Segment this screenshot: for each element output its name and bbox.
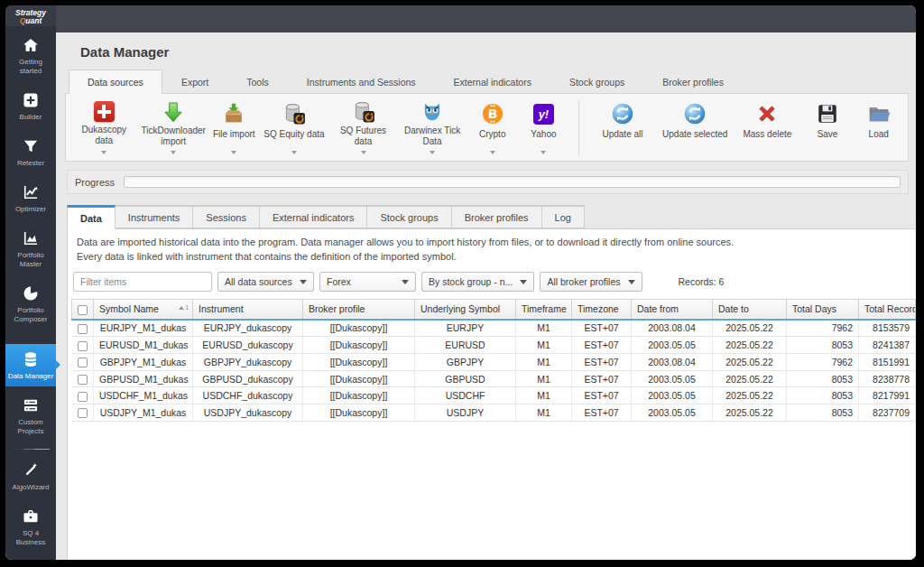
- chevron-down-icon[interactable]: [490, 151, 495, 154]
- toolbar-button-label: Mass delete: [743, 129, 791, 140]
- stock-group-select[interactable]: By stock group - n...: [421, 272, 534, 292]
- column-header-timeframe[interactable]: Timeframe: [516, 299, 572, 319]
- column-header-instrument[interactable]: Instrument: [193, 299, 303, 319]
- chevron-down-icon[interactable]: [171, 151, 176, 154]
- sidebar-item-portfolio-composer[interactable]: Portfolio Composer: [5, 278, 56, 330]
- tab-data-sources[interactable]: Data sources: [69, 70, 162, 94]
- sq-equity-data-button[interactable]: SQ Equity data: [260, 98, 329, 157]
- column-header-date-from[interactable]: Date from: [632, 299, 713, 319]
- column-header-label: Timeframe: [522, 303, 567, 314]
- table-row[interactable]: USDJPY_M1_dukasUSDJPY_dukascopy[[Dukasco…: [72, 404, 916, 422]
- subtab-broker-profiles[interactable]: Broker profiles: [452, 205, 542, 228]
- table-cell: M1: [516, 320, 572, 337]
- column-header-broker-profile[interactable]: Broker profile: [303, 299, 415, 319]
- data-panel: Data are imported historical data into t…: [67, 228, 916, 560]
- table-row[interactable]: USDCHF_M1_dukasUSDCHF_dukascopy[[Dukasco…: [72, 387, 916, 404]
- description-line-2: Every data is linked with instrument tha…: [77, 250, 910, 265]
- table-cell: GBPUSD_M1_dukas: [94, 370, 193, 387]
- chevron-down-icon[interactable]: [231, 151, 236, 154]
- main-tab-bar: Data sources Export Tools Instruments an…: [65, 70, 916, 93]
- column-header-timezone[interactable]: Timezone: [572, 299, 632, 319]
- chevron-down-icon[interactable]: [541, 151, 546, 154]
- table-cell: 2003.08.04: [632, 320, 713, 337]
- table-cell: [[Dukascopy]]: [303, 404, 415, 422]
- data-source-select[interactable]: All data sources: [217, 272, 314, 292]
- row-checkbox[interactable]: [78, 408, 88, 418]
- progress-label: Progress: [75, 177, 115, 188]
- yahoo-button[interactable]: y! Yahoo: [518, 98, 569, 157]
- sidebar-spacer: [5, 330, 56, 340]
- market-value: Forex: [327, 276, 351, 287]
- filter-row: All data sources Forex By stock group - …: [73, 272, 912, 292]
- sidebar: Strategy Quant Getting started Builder R…: [5, 5, 56, 560]
- chevron-down-icon[interactable]: [361, 151, 366, 154]
- table-cell: EST+07: [572, 370, 632, 387]
- market-select[interactable]: Forex: [319, 272, 416, 292]
- subtab-stock-groups[interactable]: Stock groups: [367, 205, 451, 228]
- table-cell: EST+07: [572, 337, 632, 354]
- chevron-down-icon[interactable]: [101, 151, 106, 154]
- sidebar-item-retester[interactable]: Retester: [5, 131, 56, 173]
- chevron-down-icon[interactable]: [291, 151, 297, 154]
- table-row[interactable]: GBPUSD_M1_dukasGBPUSD_dukascopy[[Dukasco…: [72, 370, 916, 387]
- tab-export[interactable]: Export: [162, 70, 227, 93]
- sidebar-item-data-manager[interactable]: Data Manager: [5, 344, 56, 386]
- row-checkbox[interactable]: [78, 341, 88, 351]
- tab-broker-profiles[interactable]: Broker profiles: [643, 70, 743, 93]
- update-all-button[interactable]: Update all: [588, 98, 658, 157]
- data-source-value: All data sources: [225, 276, 292, 287]
- sidebar-item-sq4-business[interactable]: SQ 4 Business: [5, 501, 56, 553]
- table-cell: [[Dukascopy]]: [303, 337, 415, 354]
- column-header-total-records[interactable]: Total Records: [859, 299, 916, 319]
- table-cell: 8151991: [859, 354, 916, 371]
- table-row[interactable]: GBPJPY_M1_dukasGBPJPY_dukascopy[[Dukasco…: [72, 354, 916, 371]
- table-row[interactable]: EURJPY_M1_dukasEURJPY_dukascopy[[Dukasco…: [72, 320, 916, 337]
- broker-profile-select[interactable]: All broker profiles: [540, 272, 642, 292]
- row-checkbox[interactable]: [78, 392, 88, 402]
- subtab-external-indicators[interactable]: External indicators: [260, 205, 368, 228]
- row-checkbox-cell: [72, 337, 94, 354]
- file-import-button[interactable]: File import: [208, 98, 260, 157]
- sidebar-item-custom-projects[interactable]: Custom Projects: [5, 390, 56, 442]
- toolbar-button-label: Dukascopy data: [72, 125, 136, 146]
- select-all-checkbox[interactable]: [78, 305, 88, 315]
- data-table: Symbol Name 1 Instrument Broker profile …: [71, 299, 916, 422]
- sidebar-item-builder[interactable]: Builder: [5, 85, 56, 127]
- update-selected-button[interactable]: Update selected: [657, 98, 733, 157]
- subtab-sessions[interactable]: Sessions: [193, 205, 260, 228]
- row-checkbox[interactable]: [78, 375, 88, 385]
- filter-items-input[interactable]: [73, 272, 212, 292]
- tab-stock-groups[interactable]: Stock groups: [550, 70, 643, 93]
- save-button[interactable]: Save: [802, 98, 854, 157]
- chevron-down-icon[interactable]: [430, 151, 435, 154]
- subtab-log[interactable]: Log: [542, 205, 585, 228]
- sq-futures-data-button[interactable]: SQ Futures data: [328, 98, 398, 157]
- tab-external-indicators[interactable]: External indicators: [435, 70, 550, 93]
- load-button[interactable]: Load: [853, 98, 904, 157]
- subtab-data[interactable]: Data: [67, 205, 116, 229]
- tab-instruments-and-sessions[interactable]: Instruments and Sessions: [288, 70, 435, 93]
- top-bar: [56, 5, 916, 33]
- table-row[interactable]: EURUSD_M1_dukasEURUSD_dukascopy[[Dukasco…: [72, 337, 916, 354]
- sidebar-item-getting-started[interactable]: Getting started: [5, 30, 56, 81]
- dukascopy-data-button[interactable]: Dukascopy data: [69, 98, 139, 157]
- column-header-date-to[interactable]: Date to: [713, 299, 787, 319]
- crypto-button[interactable]: B Crypto: [467, 98, 518, 157]
- subtab-instruments[interactable]: Instruments: [116, 205, 193, 228]
- column-header-label: Total Days: [792, 303, 836, 314]
- sidebar-item-algowizard[interactable]: AlgoWizard: [5, 455, 56, 497]
- mass-delete-button[interactable]: Mass delete: [733, 98, 802, 157]
- column-header-label: Symbol Name: [99, 303, 159, 314]
- column-header-symbol-name[interactable]: Symbol Name 1: [94, 299, 193, 319]
- tickdownloader-import-button[interactable]: TickDownloader import: [139, 98, 208, 157]
- sidebar-item-label: Retester: [17, 159, 44, 168]
- tab-tools[interactable]: Tools: [227, 70, 288, 93]
- column-header-total-days[interactable]: Total Days: [787, 299, 859, 319]
- row-checkbox[interactable]: [78, 324, 88, 334]
- darwinex-tick-data-button[interactable]: Darwinex Tick Data: [398, 98, 467, 157]
- sidebar-item-portfolio-master[interactable]: Portfolio Master: [5, 223, 56, 274]
- sidebar-item-optimizer[interactable]: Optimizer: [5, 177, 56, 219]
- row-checkbox[interactable]: [78, 358, 88, 367]
- column-header-underlying-symbol[interactable]: Underlying Symbol: [415, 299, 516, 319]
- table-cell: 8053: [787, 387, 859, 404]
